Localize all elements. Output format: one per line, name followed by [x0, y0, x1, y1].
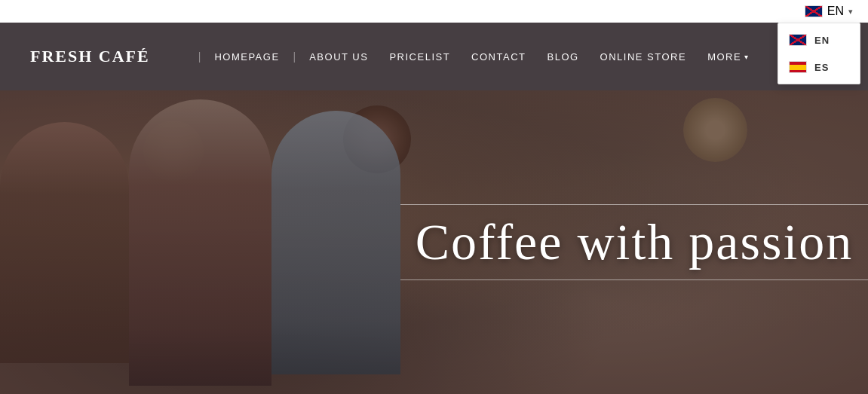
- language-label: EN: [827, 5, 844, 18]
- hero-section: Coffee with passion: [0, 90, 868, 394]
- language-selector[interactable]: EN ▾: [805, 5, 853, 18]
- hero-line-top: [400, 204, 868, 205]
- nav-item-blog[interactable]: BLOG: [536, 51, 589, 63]
- nav-item-more[interactable]: MORE ▾: [697, 51, 760, 63]
- hero-text-block: Coffee with passion: [400, 197, 868, 288]
- language-option-es[interactable]: ES: [778, 53, 860, 81]
- language-option-en[interactable]: EN: [778, 26, 860, 53]
- nav-item-pricelist[interactable]: PRICELIST: [379, 51, 461, 63]
- language-dropdown: EN ES: [778, 23, 860, 84]
- hero-title: Coffee with passion: [416, 212, 854, 272]
- chevron-down-icon: ▾: [848, 7, 853, 17]
- en-flag-icon: [789, 34, 807, 46]
- nav-item-homepage[interactable]: HOMEPAGE: [204, 51, 290, 63]
- nav-item-online-store[interactable]: ONLINE STORE: [590, 51, 698, 63]
- nav-links: | HOMEPAGE | ABOUT US PRICELIST CONTACT …: [195, 50, 760, 63]
- chevron-down-icon: ▾: [744, 53, 750, 61]
- es-label: ES: [814, 62, 829, 73]
- nav-item-contact[interactable]: CONTACT: [461, 51, 536, 63]
- navbar: FRESH CAFÉ | HOMEPAGE | ABOUT US PRICELI…: [0, 23, 868, 90]
- brand-logo[interactable]: FRESH CAFÉ: [30, 47, 150, 66]
- es-flag-icon: [789, 61, 807, 73]
- nav-separator: |: [293, 50, 296, 63]
- top-bar: EN ▾: [0, 0, 868, 23]
- nav-separator: |: [198, 50, 201, 63]
- en-label: EN: [814, 35, 830, 46]
- nav-item-about[interactable]: ABOUT US: [299, 51, 379, 63]
- hero-line-bottom: [400, 279, 868, 280]
- en-flag-icon: [805, 5, 823, 17]
